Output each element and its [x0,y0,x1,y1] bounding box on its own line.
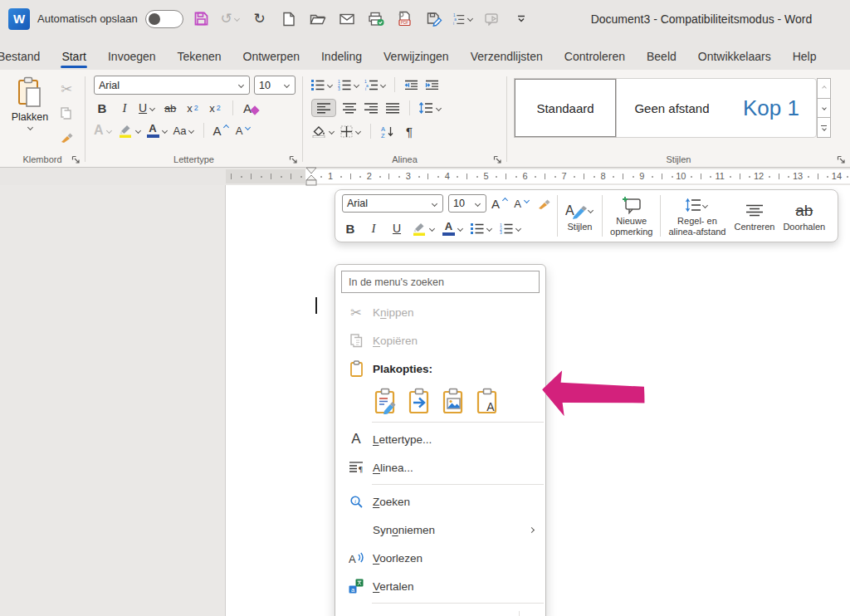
bullets-button[interactable] [311,76,334,94]
mini-font-size-combobox[interactable]: 10 [448,194,486,213]
align-right-button[interactable] [363,99,379,117]
lettertype-dialog-launcher[interactable] [289,155,298,164]
mini-bold-button[interactable]: B [342,219,359,237]
save-as-button[interactable] [423,8,445,30]
quick-print-button[interactable] [365,8,387,30]
menu-search-input[interactable] [341,271,540,293]
mini-bullets-button[interactable] [471,219,493,237]
cut-button[interactable]: ✂ [58,80,75,98]
word-logo-icon[interactable]: W [8,8,30,30]
menu-item-zoeken[interactable]: i Zoeken [335,487,545,516]
customize-quick-access-toolbar-button[interactable] [510,8,532,30]
paste-button[interactable]: Plakken [7,76,53,130]
paste-keep-text-only-button[interactable]: A [474,387,501,415]
multilevel-list-ribbon-button[interactable]: 1 a i [364,76,387,94]
clear-formatting-button[interactable]: A [242,99,259,117]
pdf-export-button[interactable]: PDF [394,8,416,30]
read-aloud-preview-button[interactable] [481,8,503,30]
alinea-dialog-launcher[interactable] [493,155,502,164]
font-name-combobox[interactable]: Arial [94,76,250,95]
menu-search[interactable] [341,271,540,293]
horizontal-ruler[interactable]: 1234567891011121314 [0,168,850,185]
italic-button[interactable]: I [116,99,133,117]
styles-gallery-more-button[interactable] [817,118,831,138]
increase-indent-button[interactable] [423,76,440,94]
menu-item-knippen[interactable]: ✂ Knippen [335,298,545,326]
menu-item-synoniemen[interactable]: Synoniemen [335,516,545,544]
numbering-button[interactable]: 1 2 3 [338,76,360,94]
mini-italic-button[interactable]: I [365,219,382,237]
tab-ontwerpen[interactable]: Ontwerpen [232,50,310,70]
superscript-button[interactable]: x2 [207,99,223,117]
tab-ontwikkelaars[interactable]: Ontwikkelaars [687,50,782,70]
shrink-font-button[interactable]: A [235,121,252,139]
style-geen-afstand[interactable]: Geen afstand [616,79,728,137]
tab-start[interactable]: Start [51,50,97,70]
mini-shrink-font-button[interactable]: A [514,194,530,213]
redo-button[interactable]: ↻ [249,8,271,30]
tab-bestand[interactable]: Bestand [0,50,51,70]
strikethrough-button[interactable]: ab [162,99,178,117]
paste-merge-formatting-button[interactable] [406,387,432,415]
line-paragraph-spacing-button[interactable]: Regel- en alinea-afstand [664,193,730,238]
undo-button[interactable]: ↺ [220,8,242,30]
menu-item-alinea[interactable]: ¶ Alinea... [335,453,545,482]
style-kop-1[interactable]: Kop 1 [728,79,814,137]
mini-grow-font-button[interactable]: A [491,194,509,213]
stijlen-dialog-launcher[interactable] [837,155,846,164]
save-button[interactable] [191,8,212,30]
change-case-button[interactable]: Aa [173,121,196,139]
tab-tekenen[interactable]: Tekenen [167,50,232,70]
multilevel-list-button[interactable]: 1 a i [452,8,474,30]
shading-button[interactable] [311,122,335,140]
mini-highlight-button[interactable] [412,219,436,237]
menu-item-lettertype[interactable]: A Lettertype... [335,425,545,453]
show-formatting-marks-button[interactable]: ¶ [401,122,418,140]
menu-item-koppeling[interactable]: Koppeling [335,606,545,616]
font-color-button[interactable]: A [147,121,169,139]
menu-item-kopieren[interactable]: Kopiëren [335,326,545,354]
style-standaard[interactable]: Standaard [515,79,616,137]
klembord-dialog-launcher[interactable] [71,155,81,164]
paste-picture-button[interactable] [440,387,467,415]
underline-button[interactable]: U [139,99,156,117]
line-spacing-button[interactable] [418,99,442,117]
bold-button[interactable]: B [94,99,110,117]
menu-item-vertalen[interactable]: a Vertalen [335,572,545,600]
highlight-color-button[interactable] [118,121,142,139]
font-size-combobox[interactable]: 10 [254,76,296,95]
mini-strikethrough-button[interactable]: ab Doorhalen [779,193,829,238]
new-document-button[interactable] [278,8,300,30]
mini-underline-button[interactable]: U [388,219,405,237]
borders-button[interactable] [340,122,362,140]
styles-scroll-up-button[interactable] [817,78,831,99]
tab-verzendlijsten[interactable]: Verzendlijsten [460,50,554,70]
new-comment-button[interactable]: Nieuwe opmerking [606,193,657,238]
tab-invoegen[interactable]: Invoegen [97,50,167,70]
justify-button[interactable] [384,99,401,117]
align-center-button[interactable] [341,99,358,117]
styles-scroll-down-button[interactable] [817,99,831,119]
format-painter-button[interactable] [58,128,75,146]
autosave-toggle[interactable] [145,10,183,28]
tab-controleren[interactable]: Controleren [554,50,636,70]
menu-item-voorlezen[interactable]: A Voorlezen [335,544,545,572]
align-left-button[interactable] [311,99,336,117]
sort-button[interactable]: A Z [379,122,396,140]
paste-keep-source-formatting-button[interactable] [372,387,398,415]
mini-font-color-button[interactable]: A [442,219,464,237]
subscript-button[interactable]: x2 [184,99,201,117]
email-button[interactable] [336,8,358,30]
mini-font-name-combobox[interactable]: Arial [342,194,443,213]
mini-center-button[interactable]: Centreren [730,193,779,238]
mini-styles-button[interactable]: A Stijlen [561,193,598,238]
tab-beeld[interactable]: Beeld [636,50,687,70]
tab-indeling[interactable]: Indeling [310,50,373,70]
grow-font-button[interactable]: A [212,121,230,139]
open-button[interactable] [307,8,329,30]
mini-numbering-button[interactable]: 1 2 3 [500,219,522,237]
copy-button[interactable] [58,104,75,122]
indent-marker[interactable] [305,167,317,187]
decrease-indent-button[interactable] [403,76,419,94]
tab-verwijzingen[interactable]: Verwijzingen [373,50,460,70]
